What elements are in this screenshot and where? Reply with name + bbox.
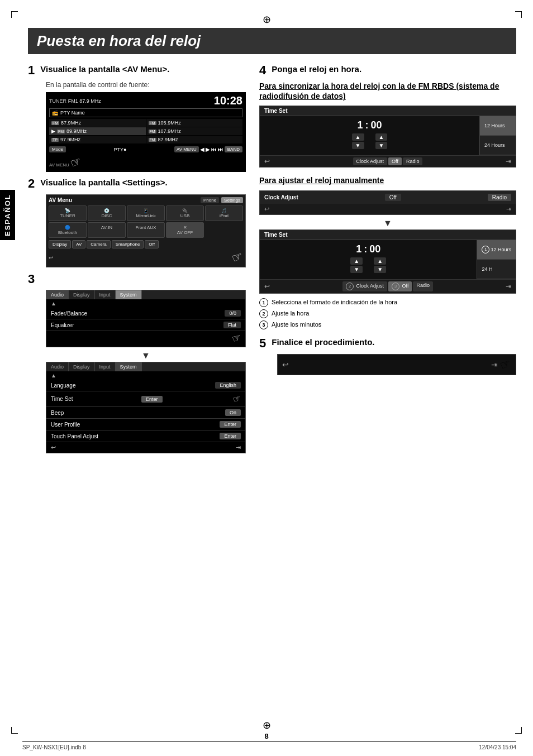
ts-min2: 00 — [369, 243, 380, 255]
tab-display[interactable]: Display — [69, 290, 95, 299]
page-title: Puesta en hora del reloj — [28, 28, 516, 54]
ts-fwd2[interactable]: ⇥ — [506, 283, 511, 290]
ts-fwd1[interactable]: ⇥ — [506, 157, 511, 165]
row-beep: Beep On — [46, 407, 245, 419]
clock-adjust-btn2[interactable]: 2 Clock Adjust — [342, 281, 387, 291]
manual-heading: Para ajustar el reloj manualmente — [259, 175, 516, 185]
24hours-btn2[interactable]: 24 H — [477, 260, 516, 279]
av-source-grid: 📡TUNER 💿DISC 📱MirrorLink 🔌USB 🎵iPod 🔵Blu… — [49, 205, 243, 238]
mode-button[interactable]: Mode — [49, 146, 66, 152]
step5-fwd[interactable]: ⇥ — [491, 360, 498, 369]
back-btn[interactable]: ↩ — [51, 444, 56, 451]
ts-arrows2: ▲ ▼ ▲ ▼ — [264, 257, 472, 273]
smartphone-btn[interactable]: Smartphone — [112, 240, 144, 248]
tuner-cell: FM107.9MHz — [146, 127, 243, 135]
tap-icon: ☞ — [68, 154, 84, 171]
av-display-row: Display AV Camera Smartphone Off — [49, 240, 243, 248]
ca-fwd[interactable]: ⇥ — [506, 205, 511, 213]
right-column: 4 Ponga el reloj en hora. Para sincroniz… — [259, 64, 516, 457]
band-button[interactable]: BAND — [225, 146, 242, 152]
source-tuner[interactable]: 📡TUNER — [49, 205, 87, 221]
12hours-btn1[interactable]: 12 Hours — [480, 116, 516, 136]
tab-audio[interactable]: Audio — [46, 290, 69, 299]
radio-btn1[interactable]: Radio — [403, 157, 423, 165]
tuner-bottom: Mode PTY● AV MENU ◀ ▶ ⏮ ⏭ BAND — [49, 145, 242, 154]
settings1-tap: ☞ — [230, 331, 243, 346]
source-usb[interactable]: 🔌USB — [166, 205, 204, 221]
nav-prev[interactable]: ◀ — [200, 146, 204, 152]
step5-back[interactable]: ↩ — [282, 360, 289, 369]
tab2-display[interactable]: Display — [69, 362, 95, 371]
step5-screen: ↩ ⇥ ☞ — [277, 354, 516, 375]
beep-value: On — [225, 409, 241, 416]
hour-up2[interactable]: ▲ — [350, 257, 363, 265]
source-bluetooth[interactable]: 🔵Bluetooth — [49, 222, 87, 238]
ts-side1: 12 Hours 24 Hours — [479, 116, 516, 155]
nav-skip2[interactable]: ⏭ — [218, 146, 223, 152]
annot-num2: 2 — [259, 309, 268, 318]
ts-time-row2: 1 : 00 — [264, 243, 472, 255]
ts-back2[interactable]: ↩ — [264, 283, 270, 290]
radio-btn2[interactable]: Radio — [413, 281, 433, 291]
min-up1[interactable]: ▲ — [375, 133, 388, 141]
nav-skip[interactable]: ⏮ — [211, 146, 217, 152]
source-mirrorlink[interactable]: 📱MirrorLink — [127, 205, 165, 221]
ts-time-row1: 1 : 00 — [264, 119, 475, 131]
annotation3: 3 Ajuste los minutos — [259, 320, 516, 329]
av-menu-btn[interactable]: AV MENU — [174, 146, 199, 152]
ca-off[interactable]: Off — [385, 194, 401, 201]
min-arrows2: ▲ ▼ — [374, 257, 386, 273]
tab-input[interactable]: Input — [95, 290, 116, 299]
annotation1: 1 Selecciona el formato de indicación de… — [259, 298, 516, 307]
off-btn[interactable]: Off — [145, 240, 159, 248]
min-down1[interactable]: ▼ — [375, 142, 388, 149]
tab2-audio[interactable]: Audio — [46, 362, 69, 371]
camera-btn[interactable]: Camera — [87, 240, 110, 248]
24hours-btn1[interactable]: 24 Hours — [480, 136, 516, 155]
source-frontaux[interactable]: Front AUX — [127, 222, 165, 238]
tab2-system[interactable]: System — [116, 362, 142, 371]
row-equalizer: Equalizer Flat — [46, 319, 245, 331]
nav-next[interactable]: ▶ — [206, 146, 210, 152]
clock-adjust-btn1[interactable]: Clock Adjust — [353, 157, 388, 165]
phone-button[interactable]: Phone — [201, 197, 219, 203]
corner-tr — [515, 11, 522, 18]
off-btn2[interactable]: 3 Off — [388, 281, 412, 291]
ts-ca-row1: Clock Adjust Off Radio — [353, 157, 423, 165]
ca-bar: Clock Adjust Off Radio — [260, 191, 516, 204]
source-disc[interactable]: 💿DISC — [88, 205, 126, 221]
pty-name: PTY Name — [60, 110, 85, 116]
tuner-info: TUNER FM1 87.9 MHz — [49, 98, 101, 104]
display-btn[interactable]: Display — [49, 240, 71, 248]
settings1-footer: ☞ — [46, 331, 245, 347]
off-btn1[interactable]: Off — [388, 157, 402, 165]
row-fader: Fader/Balance 0/0 — [46, 308, 245, 319]
12hours-btn2[interactable]: 1 12 Hours — [477, 240, 516, 260]
hour-down1[interactable]: ▼ — [352, 142, 364, 149]
ts-back1[interactable]: ↩ — [264, 157, 270, 165]
min-up2[interactable]: ▲ — [374, 257, 386, 265]
settings-button[interactable]: Settings — [221, 197, 243, 203]
row-timeset[interactable]: Time Set Enter ☞ — [46, 391, 245, 407]
tab2-input[interactable]: Input — [95, 362, 116, 371]
hour-up1[interactable]: ▲ — [352, 133, 364, 141]
source-avin[interactable]: AV-IN — [88, 222, 126, 238]
ca-back[interactable]: ↩ — [264, 205, 269, 213]
av-back-btn[interactable]: ↩ — [49, 255, 53, 261]
pty-icon: 📻 — [52, 110, 58, 116]
ts-main2: 1 : 00 ▲ ▼ ▲ ▼ — [260, 240, 477, 279]
av-btn[interactable]: AV — [72, 240, 85, 248]
source-avoff[interactable]: ✕AV OFF — [166, 222, 204, 238]
tab-system[interactable]: System — [116, 290, 142, 299]
tuner-screen: TUNER FM1 87.9 MHz 10:28 📻 PTY Name FM87… — [46, 92, 246, 172]
tuner-cell: FM87.9MHz — [49, 119, 146, 127]
fwd-btn[interactable]: ⇥ — [236, 444, 241, 451]
step1-tap-gesture: AV MENU ☞ — [49, 155, 242, 170]
source-ipod[interactable]: 🎵iPod — [205, 205, 243, 221]
ca-radio[interactable]: Radio — [488, 194, 511, 201]
annot-text1: Selecciona el formato de indicación de l… — [272, 298, 397, 306]
tuner-pty: PTY● — [113, 147, 126, 152]
hour-down2[interactable]: ▼ — [350, 266, 363, 273]
min-down2[interactable]: ▼ — [374, 266, 386, 273]
timeset-value[interactable]: Enter — [141, 396, 163, 403]
